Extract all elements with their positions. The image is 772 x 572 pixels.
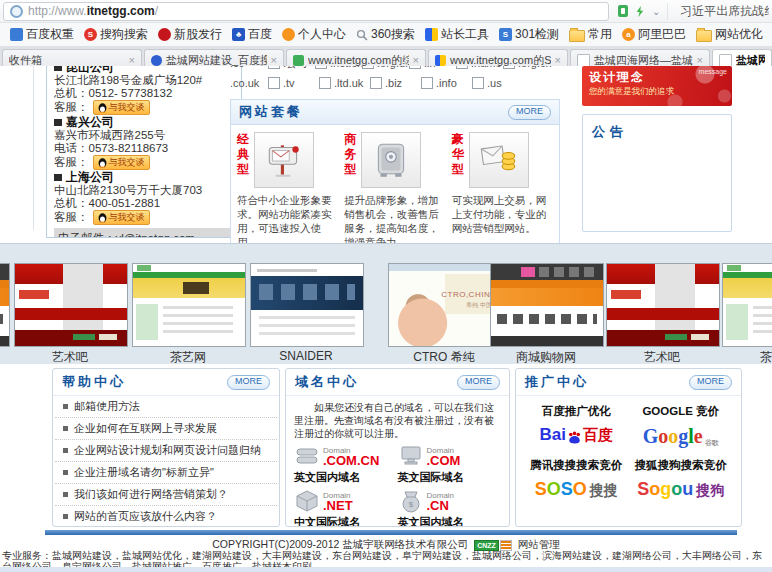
design-concept-banner[interactable]: 设计理念 您的满意是我们的追求 message xyxy=(582,66,732,106)
portfolio-caption[interactable]: 茶艺网 xyxy=(132,349,244,366)
help-item[interactable]: 邮箱使用方法 xyxy=(55,396,277,418)
package-deluxe[interactable]: 豪华型 可实现网上交易，网上支付功能，专业的网站营销型网站。 xyxy=(452,132,553,243)
portfolio-caption[interactable]: SNAIDER xyxy=(250,349,362,363)
domain-checkbox[interactable] xyxy=(456,66,468,69)
notice-title: 公告 xyxy=(592,123,722,141)
portfolio-caption[interactable]: 茶艺网 xyxy=(722,349,772,366)
domain-caption: 英文国内域名 xyxy=(294,470,398,485)
bookmark-new-stock[interactable]: 新股发行 xyxy=(153,24,227,45)
domain-checkbox[interactable] xyxy=(409,66,421,69)
more-button[interactable]: MORE xyxy=(227,375,270,390)
help-item[interactable]: 企业如何在互联网上寻求发展 xyxy=(55,418,277,440)
baidu-logo: Bai 百度 xyxy=(524,425,629,445)
help-item[interactable]: 网站的首页应该放什么内容？ xyxy=(55,506,277,527)
portfolio-thumbnail-art[interactable] xyxy=(14,263,128,347)
qq-chat-button[interactable]: 与我交谈 xyxy=(93,155,150,170)
close-icon[interactable]: × xyxy=(697,54,703,66)
domain-checkbox[interactable] xyxy=(472,77,484,89)
portfolio-caption[interactable]: CTRO 希纯 xyxy=(388,349,500,366)
domain-item-comcn[interactable]: Domain.COM.CN 英文国内域名 xyxy=(294,443,398,485)
domain-item-cn[interactable]: $ Domain.CN 英文国内域名 xyxy=(398,488,502,527)
notice-box: 公告 xyxy=(582,114,732,232)
package-business[interactable]: 商务型 提升品牌形象，增加销售机会，改善售后服务，提高知名度，增强竞争力 xyxy=(344,132,445,243)
more-button[interactable]: MORE xyxy=(457,375,500,390)
portfolio-thumbnail[interactable] xyxy=(0,263,10,347)
page-favicon-icon xyxy=(577,54,590,67)
portfolio-caption[interactable]: 艺术吧 xyxy=(14,349,126,366)
portfolio-thumbnail-mall[interactable] xyxy=(490,263,604,347)
thumbnail-text: 希纯 中国 xyxy=(466,301,492,310)
bookmarks-overflow-chevron[interactable]: » xyxy=(768,28,772,42)
plugin-icon[interactable] xyxy=(618,5,628,17)
portfolio-thumbnail-tea[interactable] xyxy=(132,263,246,347)
promotion-grid: 百度推广优化 Bai 百度 GOOGLE 竞价 Google 谷歌 腾讯搜搜搜 xyxy=(516,396,741,500)
website-packages-section: 网站套餐 MORE 经典型 符合中小企业形象要求。网站功能紧凑实用，可迅速投入使 xyxy=(230,99,560,243)
domain-checkbox[interactable] xyxy=(315,66,327,69)
search-hot-text: 习近平出席抗战纪 xyxy=(680,3,769,20)
domain-extension-row: .co.uk .tv .ltd.uk .biz .info .us xyxy=(230,73,560,93)
help-list: 邮箱使用方法 企业如何在互联网上寻求发展 企业网站设计规划和网页设计问题归纳 企… xyxy=(53,396,279,527)
bookmark-webmaster-tools[interactable]: 站长工具 xyxy=(420,24,494,45)
thumbnail-text: CTRO,CHINA xyxy=(441,290,496,299)
domain-checkbox[interactable] xyxy=(268,77,280,89)
url-input[interactable]: http://www.itnetgg.com/ xyxy=(3,2,609,21)
help-item[interactable]: 企业网站设计规划和网页设计问题归纳 xyxy=(55,440,277,462)
site-favicon-icon xyxy=(10,5,23,18)
close-icon[interactable]: × xyxy=(129,54,135,66)
domain-item-net[interactable]: Domain.NET 中文国际域名 xyxy=(294,488,398,527)
bottom-strip xyxy=(0,567,772,572)
bookmark-personal-center[interactable]: 个人中心 xyxy=(277,24,351,45)
folder-icon xyxy=(696,30,712,42)
promo-sogou[interactable]: 搜狐搜狗搜索竞价 Sogou 搜狗 xyxy=(629,458,734,500)
bookmark-folder-common[interactable]: 常用 xyxy=(564,24,617,45)
bookmark-folder-seo[interactable]: 网站优化 xyxy=(691,24,768,45)
company-address: 长江北路198号金威广场120# xyxy=(54,74,234,87)
promo-google[interactable]: GOOGLE 竞价 Google 谷歌 xyxy=(629,404,734,448)
search-box[interactable]: 习近平出席抗战纪 xyxy=(667,3,769,20)
help-item[interactable]: 企业注册域名请勿"标新立异" xyxy=(55,462,277,484)
bullet-icon xyxy=(54,119,62,126)
close-icon[interactable]: × xyxy=(271,54,277,66)
bookmark-baidu-weight[interactable]: 百度权重 xyxy=(5,24,79,45)
close-icon[interactable]: × xyxy=(413,54,419,66)
bookmark-sogou-search[interactable]: S搜狗搜索 xyxy=(79,24,153,45)
domain-checkbox[interactable] xyxy=(370,77,382,89)
domain-checkbox[interactable] xyxy=(319,77,331,89)
footer-divider-bar xyxy=(45,530,737,535)
bookmark-baidu[interactable]: ♣百度 xyxy=(227,24,277,45)
package-classic[interactable]: 经典型 符合中小企业形象要求。网站功能紧凑实用，可迅速投入使用。 xyxy=(237,132,338,243)
qq-chat-button[interactable]: 与我交谈 xyxy=(93,100,150,115)
contact-box: 昆山公司 长江北路198号金威广场120# 总机：0512- 57738132 … xyxy=(46,66,242,238)
domain-checkbox[interactable] xyxy=(421,77,433,89)
domain-item-com[interactable]: Domain.COM 英文国际域名 xyxy=(398,443,502,485)
bookmark-301-check[interactable]: S301检测 xyxy=(494,24,564,45)
webmaster-tools-icon xyxy=(425,28,438,41)
browser-window: http://www.itnetgg.com/ ⌄ 习近平出席抗战纪 百度权重 … xyxy=(0,0,772,572)
close-icon[interactable]: × xyxy=(555,54,561,66)
portfolio-thumbnail[interactable] xyxy=(722,263,772,347)
packages-body: 经典型 符合中小企业形象要求。网站功能紧凑实用，可迅速投入使用。 商务型 xyxy=(231,125,559,243)
domain-checkbox[interactable] xyxy=(503,66,515,69)
bullet-icon xyxy=(54,66,62,71)
bookmark-360-search[interactable]: 360搜索 xyxy=(351,24,420,45)
promo-baidu[interactable]: 百度推广优化 Bai 百度 xyxy=(524,404,629,448)
panel-title: 域名中心 xyxy=(295,373,359,391)
promo-soso[interactable]: 腾讯搜搜搜索竞价 SOSO 搜搜 xyxy=(524,458,629,500)
qq-chat-button[interactable]: 与我交谈 xyxy=(93,210,150,225)
cube-icon xyxy=(294,488,320,514)
bullet-icon xyxy=(63,448,68,453)
chevron-down-icon[interactable]: ⌄ xyxy=(652,6,660,17)
portfolio-caption[interactable]: 艺术吧 xyxy=(606,349,718,366)
lightning-icon[interactable] xyxy=(635,5,645,18)
site-manage-link[interactable]: 网站管理 xyxy=(518,538,560,550)
portfolio-thumbnail-ctro[interactable]: CTRO,CHINA 希纯 中国 xyxy=(388,263,502,347)
portfolio-thumbnail-art[interactable] xyxy=(606,263,720,347)
bookmark-alibaba[interactable]: a阿里巴巴 xyxy=(617,24,691,45)
more-button[interactable]: MORE xyxy=(689,375,732,390)
domain-checkbox[interactable] xyxy=(268,66,280,69)
domain-checkbox[interactable] xyxy=(362,66,374,69)
more-button[interactable]: MORE xyxy=(508,105,551,120)
portfolio-caption[interactable]: 商城购物网 xyxy=(490,349,602,366)
help-item[interactable]: 我们该如何进行网络营销策划？ xyxy=(55,484,277,506)
portfolio-thumbnail-snaider[interactable] xyxy=(250,263,364,347)
